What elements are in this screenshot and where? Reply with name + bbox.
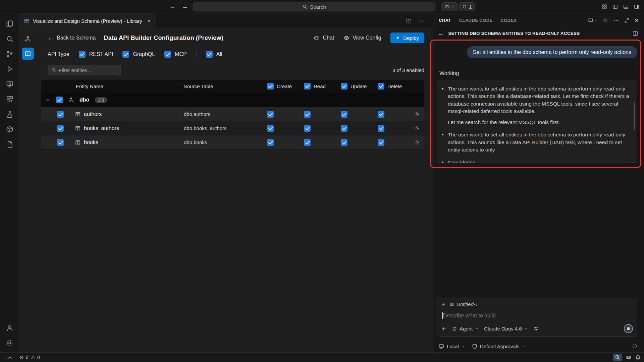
- row-checkbox[interactable]: [57, 139, 64, 146]
- extensions-icon: [6, 96, 13, 103]
- delete-all-checkbox[interactable]: [378, 83, 384, 89]
- send-button[interactable]: [624, 324, 633, 333]
- copilot-menu-button[interactable]: [441, 2, 458, 11]
- view-config-button[interactable]: View Config: [343, 35, 381, 41]
- api-option-graphql[interactable]: GraphQL: [122, 51, 155, 58]
- customize-layout-icon[interactable]: [602, 4, 607, 9]
- tab-title: Visualize and Design Schema (Preview) - …: [33, 18, 142, 24]
- chat-input-box[interactable]: Untitled-1 Describe what to build Agent: [437, 298, 637, 337]
- rest-api-checkbox[interactable]: [79, 51, 86, 58]
- attach-icon[interactable]: [441, 326, 446, 331]
- thought-text: The user wants to set all entities in th…: [448, 131, 630, 154]
- model-picker[interactable]: Claude Opus 4.6: [484, 326, 528, 331]
- row-checkbox[interactable]: [57, 111, 64, 118]
- tools-sliders-icon[interactable]: [533, 326, 539, 331]
- read-checkbox[interactable]: [304, 111, 311, 118]
- activity-sql-projects[interactable]: [2, 122, 17, 137]
- schema-designer-view-button[interactable]: [22, 33, 34, 45]
- tab-codex[interactable]: CODEX: [501, 13, 517, 27]
- nav-forward-icon[interactable]: →: [182, 3, 188, 10]
- col-update: Update: [351, 83, 367, 89]
- mode-picker[interactable]: Agent: [452, 326, 478, 331]
- chat-text-input[interactable]: Describe what to build: [441, 307, 633, 321]
- split-editor-icon[interactable]: [406, 18, 412, 24]
- copilot-status-icon[interactable]: [626, 355, 631, 360]
- update-checkbox[interactable]: [341, 111, 347, 118]
- create-checkbox[interactable]: [267, 125, 274, 132]
- row-settings-gear-icon[interactable]: [414, 126, 419, 131]
- text-cursor: [442, 312, 443, 319]
- graphql-checkbox[interactable]: [122, 51, 129, 58]
- close-panel-icon[interactable]: ×: [635, 17, 639, 24]
- read-checkbox[interactable]: [304, 125, 311, 132]
- toggle-panel-icon[interactable]: [623, 4, 629, 9]
- new-chat-button[interactable]: [588, 18, 597, 23]
- update-all-checkbox[interactable]: [341, 83, 347, 89]
- schema-group-checkbox[interactable]: [56, 97, 63, 103]
- delete-checkbox[interactable]: [378, 125, 384, 132]
- more-actions-icon[interactable]: [613, 18, 619, 23]
- api-config-view-button[interactable]: [22, 48, 34, 60]
- create-checkbox[interactable]: [267, 139, 274, 146]
- session-history-button[interactable]: 1: [459, 2, 475, 11]
- graphql-label: GraphQL: [133, 51, 155, 57]
- api-option-rest[interactable]: REST API: [79, 51, 113, 58]
- zoom-status-button[interactable]: [613, 354, 622, 361]
- chat-settings-gear-icon[interactable]: [603, 18, 608, 23]
- more-actions-icon[interactable]: [418, 18, 424, 24]
- split-view-icon[interactable]: [633, 31, 638, 36]
- activity-testing[interactable]: [2, 107, 17, 122]
- update-checkbox[interactable]: [341, 125, 347, 132]
- testing-beaker-icon: [6, 111, 13, 118]
- scrollbar-thumb[interactable]: [634, 102, 635, 130]
- toggle-primary-sidebar-icon[interactable]: [612, 4, 618, 9]
- account-button[interactable]: [2, 320, 17, 335]
- activity-library[interactable]: [2, 137, 17, 152]
- all-checkbox[interactable]: [206, 51, 213, 58]
- activity-extensions[interactable]: [2, 92, 17, 107]
- tab-claude-code[interactable]: CLAUDE CODE: [459, 13, 493, 27]
- remote-indicator[interactable]: ><: [0, 355, 19, 360]
- add-context-icon[interactable]: [441, 302, 446, 307]
- activity-run-debug[interactable]: [2, 61, 17, 76]
- expand-icon[interactable]: [624, 18, 630, 23]
- back-arrow-icon[interactable]: ←: [438, 30, 444, 37]
- context-file-chip[interactable]: Untitled-1: [449, 301, 478, 307]
- create-checkbox[interactable]: [267, 111, 274, 118]
- tab-chat[interactable]: CHAT: [439, 13, 451, 27]
- tab-close-icon[interactable]: ×: [148, 18, 151, 24]
- api-option-mcp[interactable]: MCP: [164, 51, 187, 58]
- chat-button[interactable]: Chat: [314, 35, 334, 41]
- filter-entities-input[interactable]: Filter entities...: [48, 65, 121, 75]
- approvals-picker[interactable]: Default Approvals: [472, 344, 525, 349]
- activity-remote-explorer[interactable]: [2, 76, 17, 92]
- notebook-icon: [6, 141, 13, 148]
- notifications-bell-icon[interactable]: [635, 355, 641, 360]
- delete-checkbox[interactable]: [378, 139, 384, 146]
- create-all-checkbox[interactable]: [267, 83, 274, 89]
- nav-back-icon[interactable]: ←: [169, 3, 176, 10]
- mcp-checkbox[interactable]: [164, 51, 171, 58]
- errors-icon: ⊘: [19, 355, 23, 360]
- activity-source-control[interactable]: [2, 46, 17, 61]
- environment-picker[interactable]: Local: [439, 344, 465, 349]
- schema-group-row[interactable]: dbo 3/3: [41, 93, 424, 107]
- row-checkbox[interactable]: [57, 125, 64, 132]
- deploy-button[interactable]: Deploy: [390, 33, 424, 43]
- toggle-secondary-sidebar-icon[interactable]: [634, 4, 639, 9]
- read-checkbox[interactable]: [304, 139, 311, 146]
- read-all-checkbox[interactable]: [304, 83, 311, 89]
- activity-explorer[interactable]: [2, 16, 17, 31]
- update-checkbox[interactable]: [341, 139, 347, 146]
- chevron-down-icon[interactable]: [46, 98, 50, 102]
- back-to-schema-link[interactable]: ← Back to Schema: [48, 35, 96, 42]
- row-settings-gear-icon[interactable]: [414, 112, 419, 117]
- search-input[interactable]: Search: [193, 2, 435, 11]
- activity-search[interactable]: [2, 31, 17, 46]
- tab-schema-designer[interactable]: Visualize and Design Schema (Preview) - …: [19, 13, 156, 28]
- delete-checkbox[interactable]: [378, 111, 384, 118]
- api-option-all[interactable]: All: [206, 51, 222, 58]
- row-settings-gear-icon[interactable]: [414, 140, 419, 145]
- problems-indicator[interactable]: ⊘ 0 ⚠ 0: [19, 355, 40, 360]
- settings-button[interactable]: [2, 335, 17, 350]
